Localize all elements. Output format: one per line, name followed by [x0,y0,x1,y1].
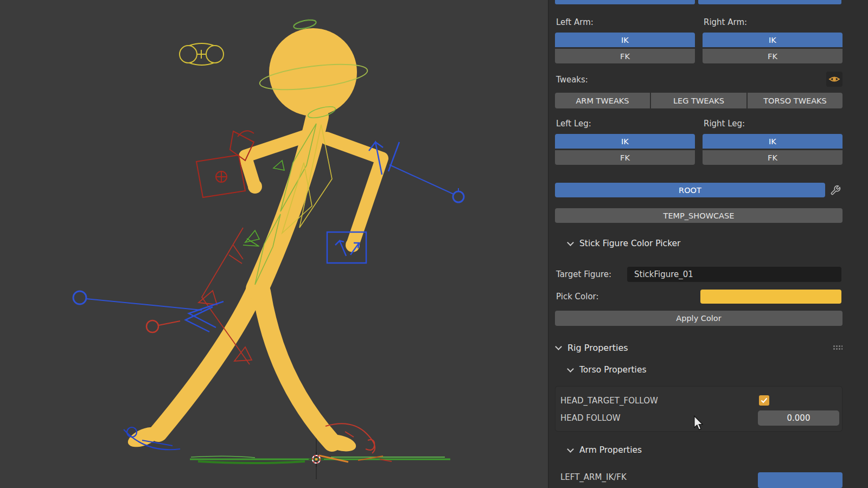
chevron-down-icon [555,343,562,350]
right-leg-label: Right Leg: [704,119,745,129]
rig-ui-panel: Left Arm: Right Arm: IK FK IK FK Tweaks:… [548,0,868,488]
left-arm-label: Left Arm: [556,17,593,27]
left-arm-ik-button[interactable]: IK [555,33,695,47]
rig-properties-header-label: Rig Properties [567,343,628,353]
blender-window: Left Arm: Right Arm: IK FK IK FK Tweaks:… [0,0,868,488]
viewport-canvas [0,0,548,488]
torso-properties-header-label: Torso Properties [579,365,647,375]
arm-tweaks-button[interactable]: ARM TWEAKS [555,93,650,108]
check-icon [761,397,768,403]
tweaks-visibility-button[interactable] [826,72,843,87]
grip-icon[interactable] [833,345,843,350]
color-picker-header[interactable]: Stick Figure Color Picker [568,239,680,248]
root-settings-button[interactable] [828,183,843,197]
left-leg-fk-button[interactable]: FK [555,150,695,165]
head-target-follow-checkbox[interactable] [759,395,769,406]
right-arm-ik-button[interactable]: IK [703,33,843,47]
target-figure-label: Target Figure: [556,269,611,279]
viewport-3d[interactable] [0,0,548,488]
top-cut-button-left[interactable] [555,0,695,4]
chevron-down-icon [567,365,574,373]
bottom-cut-label: LEFT_ARM_IK/FK [560,472,627,482]
root-button[interactable]: ROOT [555,183,825,197]
arm-properties-header-label: Arm Properties [579,445,642,455]
eye-icon [828,75,840,84]
wrench-icon [830,185,841,196]
right-leg-ik-button[interactable]: IK [703,134,843,149]
head-follow-field[interactable]: 0.000 [758,410,839,426]
right-arm-label: Right Arm: [704,17,747,27]
right-arm-fk-button[interactable]: FK [703,49,843,63]
apply-color-button[interactable]: Apply Color [555,311,843,326]
temp-showcase-button[interactable]: TEMP_SHOWCASE [555,208,843,223]
pick-color-label: Pick Color: [556,292,599,301]
color-picker-header-label: Stick Figure Color Picker [579,239,680,248]
leg-tweaks-button[interactable]: LEG TWEAKS [651,93,746,108]
pick-color-swatch[interactable] [700,290,841,304]
torso-properties-header[interactable]: Torso Properties [568,365,647,375]
left-leg-label: Left Leg: [556,119,591,129]
rig-properties-header[interactable]: Rig Properties [556,343,628,353]
bottom-cut-button[interactable] [758,472,843,488]
left-arm-fk-button[interactable]: FK [555,49,695,63]
target-figure-input[interactable] [627,267,841,282]
tweaks-label: Tweaks: [556,75,588,85]
torso-tweaks-button[interactable]: TORSO TWEAKS [748,93,843,108]
head-follow-label: HEAD FOLLOW [560,413,621,423]
chevron-down-icon [567,446,574,453]
left-leg-ik-button[interactable]: IK [555,134,695,149]
head-target-follow-label: HEAD_TARGET_FOLLOW [560,396,658,406]
cursor-icon [693,415,704,432]
chevron-down-icon [567,239,574,246]
right-leg-fk-button[interactable]: FK [703,150,843,165]
arm-properties-header[interactable]: Arm Properties [568,445,642,455]
top-cut-button-right[interactable] [698,0,841,4]
